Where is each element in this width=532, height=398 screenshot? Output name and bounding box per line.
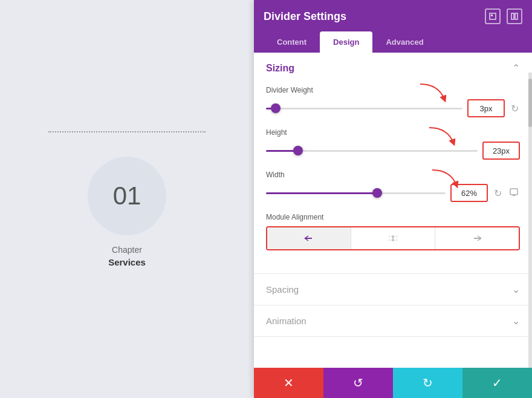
width-slider[interactable] xyxy=(266,187,446,199)
module-alignment-label: Module Alignment xyxy=(266,213,520,221)
spacing-section: Spacing ⌄ xyxy=(254,274,532,305)
divider-weight-field: Divider Weight xyxy=(266,86,520,117)
cancel-button[interactable]: ✕ xyxy=(254,368,323,398)
alignment-buttons xyxy=(266,226,520,250)
width-device-icon[interactable] xyxy=(508,186,520,200)
animation-section: Animation ⌄ xyxy=(254,305,532,337)
sizing-toggle-icon: ⌃ xyxy=(512,62,520,74)
svg-rect-1 xyxy=(491,15,493,16)
panel-body: Sizing ⌃ Divider Weight xyxy=(254,53,532,368)
align-left-button[interactable] xyxy=(267,227,351,249)
panel-title-row: Divider Settings xyxy=(264,8,522,24)
redo-button[interactable]: ↻ xyxy=(393,368,462,398)
module-alignment-field: Module Alignment xyxy=(266,213,520,250)
svg-rect-2 xyxy=(511,13,514,19)
svg-rect-5 xyxy=(513,195,515,196)
sizing-section-header[interactable]: Sizing ⌃ xyxy=(254,53,532,83)
divider-weight-input[interactable] xyxy=(467,99,505,117)
sizing-title: Sizing xyxy=(266,63,294,74)
panel-footer: ✕ ↺ ↻ ✓ xyxy=(254,368,532,398)
height-input[interactable] xyxy=(482,142,520,160)
sizing-section: Sizing ⌃ Divider Weight xyxy=(254,53,532,274)
svg-rect-3 xyxy=(515,13,517,19)
chapter-circle: 01 xyxy=(88,157,166,235)
tab-content[interactable]: Content xyxy=(264,31,320,53)
scroll-indicator xyxy=(528,73,532,368)
resize-icon[interactable] xyxy=(485,8,501,24)
svg-rect-4 xyxy=(510,189,517,195)
panel-header-icons xyxy=(485,8,522,24)
reset-button[interactable]: ↺ xyxy=(323,368,393,398)
tab-advanced[interactable]: Advanced xyxy=(372,31,436,53)
width-field: Width ↻ xyxy=(266,171,520,202)
columns-icon[interactable] xyxy=(507,8,522,24)
sizing-content: Divider Weight xyxy=(254,83,532,273)
spacing-section-header[interactable]: Spacing ⌄ xyxy=(254,274,532,305)
animation-title: Animation xyxy=(266,316,307,326)
divider-weight-label: Divider Weight xyxy=(266,86,520,94)
height-label: Height xyxy=(266,128,520,137)
chapter-name: Services xyxy=(108,257,146,267)
width-label: Width xyxy=(266,171,520,179)
spacing-toggle-icon: ⌄ xyxy=(512,284,520,295)
tabs: Content Design Advanced xyxy=(264,31,522,53)
canvas-area: 01 Chapter Services xyxy=(0,0,254,398)
animation-section-header[interactable]: Animation ⌄ xyxy=(254,305,532,336)
align-center-button[interactable] xyxy=(351,227,435,249)
panel-title: Divider Settings xyxy=(264,10,346,23)
divider-weight-reset-icon[interactable]: ↻ xyxy=(510,102,520,116)
settings-panel: Divider Settings Content Design xyxy=(254,0,532,398)
divider-weight-slider[interactable] xyxy=(266,102,462,114)
tab-design[interactable]: Design xyxy=(320,31,372,53)
chapter-number: 01 xyxy=(113,181,141,210)
divider-line xyxy=(48,131,206,132)
align-right-button[interactable] xyxy=(435,227,519,249)
chapter-label: Chapter xyxy=(112,245,142,255)
width-input[interactable] xyxy=(450,184,488,202)
spacing-title: Spacing xyxy=(266,284,299,295)
panel-header: Divider Settings Content Design xyxy=(254,0,532,53)
width-reset-icon[interactable]: ↻ xyxy=(493,186,503,200)
height-field: Height xyxy=(266,128,520,160)
animation-toggle-icon: ⌄ xyxy=(512,315,520,327)
height-slider[interactable] xyxy=(266,145,478,157)
save-button[interactable]: ✓ xyxy=(462,368,532,398)
scroll-thumb[interactable] xyxy=(528,79,532,127)
